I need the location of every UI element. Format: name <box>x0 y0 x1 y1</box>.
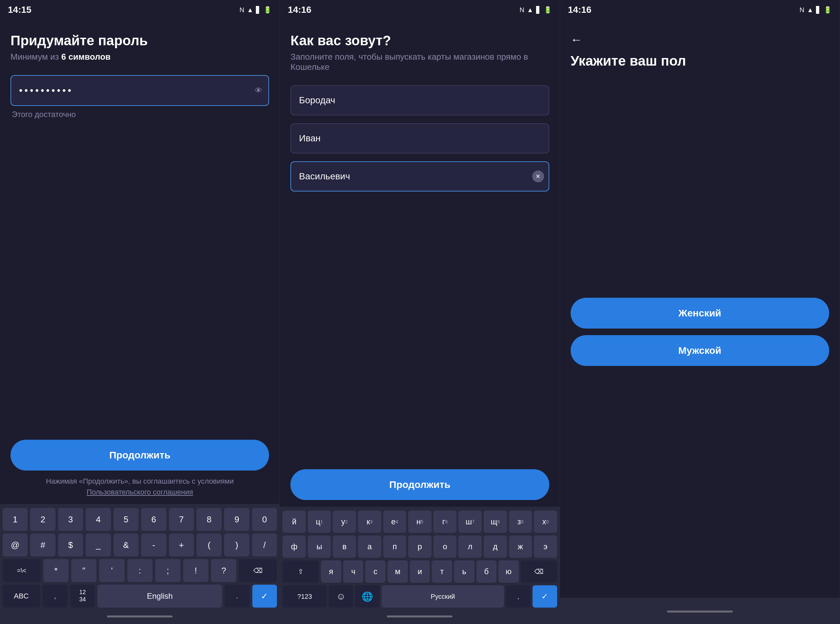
legal-link[interactable]: Пользовательского соглашения <box>87 488 193 496</box>
key-k[interactable]: к3 <box>358 511 381 533</box>
key-space-lang[interactable]: English <box>97 585 222 608</box>
key-3[interactable]: 3 <box>58 508 83 531</box>
key-period[interactable]: . <box>225 585 250 608</box>
key-num-layout[interactable]: 1234 <box>70 585 95 608</box>
key-special-chars[interactable]: =\< <box>3 559 41 582</box>
key-dquote[interactable]: " <box>71 559 96 582</box>
key-exclaim[interactable]: ! <box>183 559 208 582</box>
key-9[interactable]: 9 <box>224 508 249 531</box>
key-globe[interactable]: 🌐 <box>355 585 380 608</box>
continue-button-1[interactable]: Продолжить <box>11 440 269 471</box>
back-button[interactable]: ← <box>571 33 829 46</box>
gender-title: Укажите ваш пол <box>571 53 829 69</box>
wifi-icon-2: ▲ <box>527 6 534 14</box>
key-1[interactable]: 1 <box>3 508 28 531</box>
key-l[interactable]: л <box>458 536 482 558</box>
key-5[interactable]: 5 <box>113 508 138 531</box>
male-button[interactable]: Мужской <box>571 335 829 366</box>
key-n[interactable]: н5 <box>408 511 432 533</box>
key-amp[interactable]: & <box>113 533 138 556</box>
key-confirm-ru[interactable]: ✓ <box>532 585 557 608</box>
clear-button[interactable]: ✕ <box>532 170 544 182</box>
key-s[interactable]: с <box>365 561 385 583</box>
key-ch[interactable]: ч <box>343 561 364 583</box>
key-zh[interactable]: ж <box>509 536 532 558</box>
key-num-ru[interactable]: ?123 <box>283 585 326 608</box>
key-dollar[interactable]: $ <box>58 533 83 556</box>
key-hash[interactable]: # <box>30 533 55 556</box>
key-emoji[interactable]: ☺ <box>329 585 353 608</box>
key-0[interactable]: 0 <box>252 508 277 531</box>
key-confirm[interactable]: ✓ <box>252 585 277 608</box>
key-6[interactable]: 6 <box>141 508 166 531</box>
key-slash[interactable]: / <box>252 533 277 556</box>
firstname-input[interactable] <box>290 123 549 153</box>
key-ya[interactable]: я <box>321 561 341 583</box>
key-minus[interactable]: - <box>141 533 166 556</box>
key-shift[interactable]: ⇧ <box>283 561 319 583</box>
key-a[interactable]: а <box>358 536 381 558</box>
key-4[interactable]: 4 <box>86 508 111 531</box>
key-star[interactable]: * <box>43 559 68 582</box>
key-close-paren[interactable]: ) <box>224 533 249 556</box>
key-colon[interactable]: : <box>127 559 153 582</box>
key-2[interactable]: 2 <box>30 508 55 531</box>
key-ts[interactable]: ц1 <box>308 511 331 533</box>
key-at[interactable]: @ <box>3 533 28 556</box>
eye-icon[interactable]: 👁 <box>255 86 263 95</box>
key-z[interactable]: з9 <box>509 511 532 533</box>
nfc-icon: N <box>240 6 244 14</box>
key-abc[interactable]: ABC <box>3 585 40 608</box>
key-p[interactable]: п <box>383 536 407 558</box>
ru-row-2: ф ы в а п р о л д ж э <box>283 536 557 558</box>
key-f[interactable]: ф <box>283 536 306 558</box>
status-time-2: 14:16 <box>288 5 311 15</box>
key-g[interactable]: г6 <box>433 511 457 533</box>
signal-icon-3: ▋ <box>816 6 821 14</box>
key-space-ru[interactable]: Русский <box>382 585 504 608</box>
key-v[interactable]: в <box>333 536 356 558</box>
key-m[interactable]: м <box>388 561 408 583</box>
key-o[interactable]: о <box>433 536 457 558</box>
key-shch[interactable]: щ8 <box>484 511 507 533</box>
key-underscore[interactable]: _ <box>86 533 111 556</box>
lastname-input[interactable] <box>290 85 549 116</box>
ru-row-1: й ц1 у2 к3 е4 н5 г6 ш7 щ8 з9 х0 <box>283 511 557 533</box>
continue-button-2[interactable]: Продолжить <box>290 469 549 500</box>
key-d[interactable]: д <box>484 536 507 558</box>
key-comma[interactable]: , <box>43 585 68 608</box>
battery-icon-2: 🔋 <box>544 6 552 14</box>
screen-name: 14:16 N ▲ ▋ 🔋 Как вас зовут? Заполните п… <box>280 0 560 624</box>
middlename-input[interactable] <box>290 161 549 192</box>
keyboard-bottom-2 <box>283 610 557 620</box>
key-yu[interactable]: ю <box>498 561 519 583</box>
key-backspace[interactable]: ⌫ <box>239 559 277 582</box>
key-question[interactable]: ? <box>211 559 236 582</box>
legal-text: Нажимая «Продолжить», вы соглашаетесь с … <box>11 476 269 497</box>
key-period-ru[interactable]: . <box>506 585 531 608</box>
keyboard-bottom-1 <box>3 610 277 620</box>
key-plus[interactable]: + <box>169 533 194 556</box>
key-7[interactable]: 7 <box>169 508 194 531</box>
key-yi[interactable]: ы <box>308 536 331 558</box>
female-button[interactable]: Женский <box>571 298 829 329</box>
password-subtitle: Минимум из 6 символов <box>11 52 269 62</box>
key-t[interactable]: т <box>432 561 452 583</box>
key-e[interactable]: е4 <box>383 511 407 533</box>
key-open-paren[interactable]: ( <box>196 533 221 556</box>
password-input[interactable] <box>11 75 269 106</box>
key-eh[interactable]: э <box>534 536 557 558</box>
key-kh[interactable]: х0 <box>534 511 557 533</box>
key-sh[interactable]: ш7 <box>458 511 482 533</box>
key-bksp-ru[interactable]: ⌫ <box>521 561 557 583</box>
screen-gender: 14:16 N ▲ ▋ 🔋 ← Укажите ваш пол Женский … <box>560 0 840 624</box>
key-y[interactable]: й <box>283 511 306 533</box>
key-u[interactable]: у2 <box>333 511 356 533</box>
key-squote[interactable]: ' <box>99 559 124 582</box>
key-i[interactable]: и <box>410 561 430 583</box>
key-b[interactable]: б <box>476 561 497 583</box>
key-8[interactable]: 8 <box>196 508 221 531</box>
key-semicolon[interactable]: ; <box>155 559 181 582</box>
key-soft[interactable]: ь <box>454 561 475 583</box>
key-r[interactable]: р <box>408 536 432 558</box>
